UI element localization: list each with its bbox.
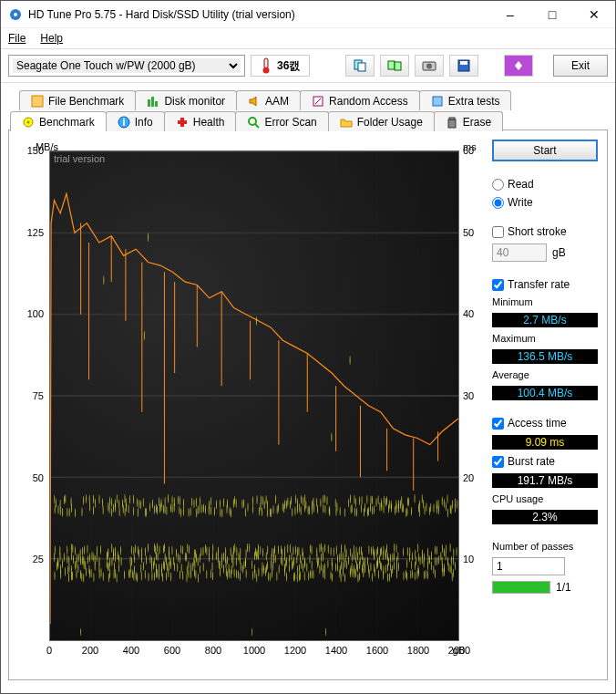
- svg-point-556: [321, 553, 322, 562]
- svg-point-567: [324, 544, 325, 553]
- svg-point-111: [80, 556, 81, 565]
- svg-point-350: [209, 501, 210, 510]
- svg-point-489: [287, 544, 288, 554]
- burst-rate-checkbox[interactable]: Burst rate: [492, 455, 598, 468]
- svg-point-326: [196, 570, 197, 579]
- svg-point-446: [265, 567, 266, 576]
- svg-rect-5: [358, 63, 365, 71]
- svg-point-253: [157, 505, 158, 514]
- tab-health[interactable]: Health: [164, 111, 237, 131]
- svg-point-474: [281, 556, 282, 565]
- svg-point-677: [377, 546, 378, 555]
- svg-point-735: [406, 572, 407, 581]
- copy-info-button[interactable]: [345, 55, 375, 77]
- svg-point-812: [450, 504, 451, 513]
- passes-input[interactable]: [492, 557, 565, 575]
- svg-point-649: [364, 557, 365, 566]
- svg-point-393: [233, 499, 234, 508]
- svg-point-402: [239, 552, 240, 561]
- svg-point-399: [237, 547, 238, 556]
- svg-point-204: [134, 572, 135, 581]
- svg-point-807: [447, 557, 448, 566]
- access-time-checkbox[interactable]: Access time: [492, 417, 598, 430]
- svg-point-480: [284, 564, 285, 573]
- svg-point-660: [370, 502, 371, 512]
- menu-help[interactable]: Help: [40, 32, 63, 45]
- read-radio[interactable]: Read: [492, 178, 598, 191]
- svg-point-80: [62, 508, 63, 517]
- save-button[interactable]: [449, 55, 478, 77]
- svg-point-454: [267, 500, 268, 509]
- svg-point-504: [295, 545, 296, 554]
- svg-point-747: [412, 552, 413, 561]
- svg-rect-24: [178, 120, 187, 124]
- svg-point-353: [210, 497, 211, 506]
- tab-folder-usage[interactable]: Folder Usage: [328, 111, 435, 131]
- menu-file[interactable]: File: [8, 32, 26, 45]
- svg-point-497: [292, 508, 293, 517]
- svg-point-167: [111, 508, 112, 517]
- svg-point-101: [73, 544, 74, 553]
- tab-file-benchmark[interactable]: File Benchmark: [19, 90, 136, 110]
- svg-point-532: [306, 501, 307, 510]
- svg-point-320: [191, 498, 192, 507]
- svg-point-9: [426, 64, 432, 69]
- tab-erase[interactable]: Erase: [434, 111, 503, 131]
- start-button[interactable]: Start: [492, 140, 598, 161]
- short-stroke-checkbox[interactable]: Short stroke: [492, 225, 598, 238]
- maximize-button[interactable]: □: [531, 1, 573, 27]
- close-button[interactable]: ✕: [573, 1, 615, 27]
- svg-point-420: [252, 571, 253, 580]
- svg-point-659: [371, 546, 372, 555]
- drive-select[interactable]: Seagate One Touch w/PW (2000 gB): [8, 55, 245, 77]
- svg-point-690: [384, 545, 385, 554]
- svg-point-524: [303, 547, 303, 556]
- svg-point-592: [340, 506, 341, 515]
- svg-point-777: [429, 506, 430, 515]
- svg-point-615: [353, 569, 354, 578]
- svg-point-604: [344, 508, 345, 517]
- svg-point-176: [115, 547, 116, 556]
- svg-point-507: [297, 574, 298, 583]
- svg-point-86: [67, 554, 68, 564]
- y-axis-right: ms 102030405060: [459, 150, 483, 641]
- svg-point-670: [374, 505, 375, 514]
- tab-random-access[interactable]: Random Access: [300, 90, 420, 110]
- svg-point-486: [286, 560, 287, 569]
- svg-point-508: [297, 565, 298, 575]
- svg-point-581: [334, 547, 334, 556]
- exit-button[interactable]: Exit: [553, 55, 608, 77]
- svg-point-775: [427, 548, 428, 557]
- options-button[interactable]: [504, 55, 533, 77]
- tab-extra-tests[interactable]: Extra tests: [419, 90, 512, 110]
- screenshot-button[interactable]: [415, 55, 444, 77]
- tab-disk-monitor[interactable]: Disk monitor: [135, 90, 237, 110]
- svg-point-223: [143, 562, 144, 571]
- svg-point-264: [163, 560, 164, 569]
- svg-point-580: [332, 432, 333, 441]
- tab-aam[interactable]: AAM: [236, 90, 301, 110]
- svg-point-519: [300, 554, 301, 564]
- tab-info[interactable]: iInfo: [106, 111, 165, 131]
- transfer-rate-checkbox[interactable]: Transfer rate: [492, 278, 598, 291]
- svg-point-780: [430, 503, 431, 513]
- svg-point-790: [438, 555, 439, 565]
- svg-point-642: [361, 504, 362, 513]
- svg-point-760: [419, 508, 420, 517]
- svg-point-726: [398, 500, 399, 509]
- svg-point-766: [424, 559, 425, 568]
- app-icon: [8, 7, 23, 22]
- svg-line-26: [255, 124, 259, 128]
- svg-point-571: [328, 559, 329, 568]
- copy-screenshot-button[interactable]: [380, 55, 409, 77]
- svg-point-778: [431, 562, 432, 571]
- svg-point-363: [218, 546, 219, 555]
- svg-rect-12: [32, 96, 43, 107]
- svg-point-681: [380, 548, 381, 557]
- minimize-button[interactable]: –: [489, 1, 531, 27]
- write-radio[interactable]: Write: [492, 196, 598, 209]
- tab-benchmark[interactable]: Benchmark: [10, 111, 107, 131]
- svg-point-465: [273, 505, 274, 514]
- tab-error-scan[interactable]: Error Scan: [235, 111, 328, 131]
- svg-point-217: [139, 500, 140, 509]
